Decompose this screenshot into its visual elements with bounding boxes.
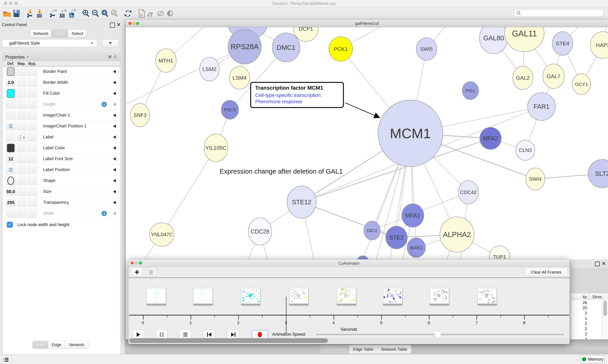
- property-row-fill-color[interactable]: Fill Color: [3, 88, 121, 99]
- zoom-out-icon[interactable]: [91, 9, 100, 18]
- expand-row-icon[interactable]: [113, 81, 116, 84]
- property-row-shape[interactable]: Shape: [3, 176, 121, 186]
- bypass-cell[interactable]: [28, 67, 37, 76]
- search-box[interactable]: [514, 9, 604, 17]
- mapping-cell[interactable]: ⋮›: [17, 133, 27, 142]
- table-row[interactable]: 2: [571, 326, 602, 331]
- mapping-cell[interactable]: [17, 143, 27, 152]
- mapping-cell[interactable]: [17, 198, 27, 207]
- bypass-cell[interactable]: [28, 165, 37, 174]
- timeline-frame-4[interactable]: [289, 288, 308, 305]
- table-row[interactable]: 1: [571, 316, 602, 321]
- export-table-icon[interactable]: [58, 9, 68, 18]
- property-row-image-chart-1[interactable]: Image/Chart 1: [3, 110, 121, 121]
- property-row-border-paint[interactable]: Border Paint: [3, 66, 121, 77]
- mapping-cell[interactable]: [17, 67, 27, 76]
- tab-network[interactable]: Network: [31, 30, 51, 37]
- table-row[interactable]: 25: [571, 305, 602, 311]
- import-network-icon[interactable]: [25, 9, 35, 18]
- mapping-cell[interactable]: [17, 187, 27, 196]
- bypass-cell[interactable]: [28, 209, 37, 218]
- mapping-cell[interactable]: [17, 100, 27, 109]
- table-row[interactable]: 2: [571, 321, 602, 326]
- default-value-cell[interactable]: [6, 176, 16, 185]
- style-options-button[interactable]: [102, 39, 118, 47]
- property-row-image-chart-position-1[interactable]: ☰Image/Chart Position 1: [3, 121, 121, 132]
- save-session-icon[interactable]: [12, 9, 21, 18]
- bypass-cell[interactable]: [28, 176, 37, 185]
- open-session-icon[interactable]: [2, 9, 12, 18]
- bypass-cell[interactable]: [28, 111, 37, 120]
- info-icon[interactable]: i: [101, 211, 107, 216]
- expand-row-icon[interactable]: [113, 135, 116, 139]
- style-selector[interactable]: galFiltered Style: [2, 39, 97, 47]
- tab-network[interactable]: Network: [65, 341, 89, 348]
- property-row-transparency[interactable]: 255Transparency: [3, 197, 121, 208]
- default-value-cell[interactable]: [6, 209, 16, 218]
- bypass-cell[interactable]: [28, 143, 37, 152]
- mapping-cell[interactable]: [17, 111, 27, 120]
- info-icon[interactable]: i: [101, 102, 107, 107]
- property-row-border-width[interactable]: 2.0Border Width: [3, 77, 121, 88]
- table-row[interactable]: 2: [571, 311, 602, 316]
- clear-all-frames-button[interactable]: Clear All Frames: [525, 268, 567, 276]
- expand-row-icon[interactable]: [113, 157, 116, 161]
- mapping-cell[interactable]: [17, 122, 27, 130]
- property-row-label-position[interactable]: ☰Label Position: [3, 165, 121, 176]
- skip-start-button[interactable]: [204, 330, 215, 339]
- play-button[interactable]: [133, 330, 144, 339]
- timeline-horizontal-scrollbar[interactable]: [129, 338, 568, 343]
- cyanimator-titlebar[interactable]: CyAnimator: [128, 260, 569, 267]
- tab-edge[interactable]: Edge: [48, 341, 65, 348]
- property-row-width[interactable]: Widthi: [3, 208, 121, 219]
- timeline-frame-8[interactable]: [478, 288, 497, 305]
- timeline-frame-1[interactable]: [147, 288, 166, 305]
- expand-row-icon[interactable]: [113, 179, 116, 182]
- expand-row-icon[interactable]: [113, 124, 116, 128]
- default-value-cell[interactable]: 50.0: [6, 187, 16, 196]
- task-history-button[interactable]: [1, 355, 11, 364]
- float-panel-icon[interactable]: [110, 23, 115, 28]
- expand-row-icon[interactable]: [113, 92, 116, 95]
- bypass-cell[interactable]: [28, 187, 37, 196]
- expand-row-icon[interactable]: [113, 103, 116, 106]
- default-value-cell[interactable]: [6, 89, 16, 98]
- annotation-link[interactable]: Cell-type-specific transcription: [255, 92, 340, 98]
- mapping-cell[interactable]: [17, 78, 27, 87]
- properties-header[interactable]: Properties: [3, 53, 121, 61]
- timeline[interactable]: 0123456789 Seconds: [128, 278, 569, 326]
- timeline-frame-6[interactable]: [383, 288, 402, 305]
- add-frame-button[interactable]: [131, 268, 143, 277]
- table-row[interactable]: 2: [571, 331, 602, 337]
- expand-row-icon[interactable]: [113, 201, 116, 204]
- table-row[interactable]: 26: [571, 300, 602, 305]
- timeline-frame-2[interactable]: [193, 288, 212, 305]
- default-value-cell[interactable]: [6, 133, 16, 142]
- timeline-frame-3[interactable]: [241, 288, 260, 305]
- close-panel-icon[interactable]: ✕: [602, 260, 606, 267]
- timeline-frame-7[interactable]: [430, 288, 449, 305]
- annotation-box[interactable]: Transcription factor MCM1 Cell-type-spec…: [250, 82, 344, 108]
- table-column-headers[interactable]: ity Stres: [571, 293, 608, 300]
- annotation-link[interactable]: Pheromone response: [255, 99, 340, 104]
- mapping-cell[interactable]: [17, 165, 27, 174]
- network-window-titlebar[interactable]: galFiltered.sif: [126, 20, 608, 27]
- default-value-cell[interactable]: ☰: [6, 122, 16, 130]
- expand-row-icon[interactable]: [113, 70, 116, 73]
- default-value-cell[interactable]: ☰: [6, 165, 16, 174]
- expand-row-icon[interactable]: [113, 114, 116, 117]
- property-row-label-font-size[interactable]: 12Label Font Size: [3, 154, 121, 165]
- bypass-cell[interactable]: [28, 100, 37, 109]
- tab-network-table[interactable]: Network Table: [377, 345, 411, 354]
- property-row-label-color[interactable]: Label Color: [3, 143, 121, 154]
- tab-edge-table[interactable]: Edge Table: [349, 345, 377, 354]
- expand-row-icon[interactable]: [113, 168, 116, 171]
- float-panel-icon[interactable]: [595, 261, 600, 266]
- memory-button[interactable]: Memory: [581, 355, 605, 363]
- column-header[interactable]: Stres: [590, 294, 604, 299]
- expand-all-icon[interactable]: [107, 54, 112, 60]
- mapping-cell[interactable]: [17, 155, 27, 163]
- zoom-fit-icon[interactable]: [100, 9, 110, 18]
- expand-row-icon[interactable]: [113, 212, 116, 215]
- animation-speed-knob[interactable]: [434, 331, 441, 338]
